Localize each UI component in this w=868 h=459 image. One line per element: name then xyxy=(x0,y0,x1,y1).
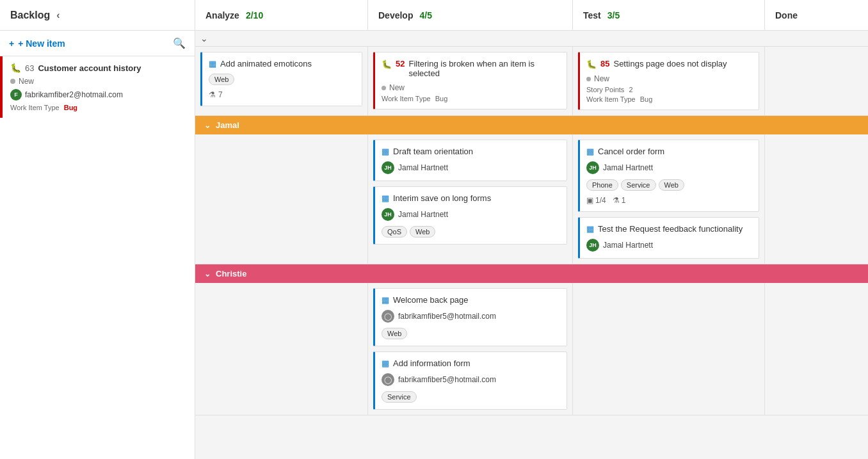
develop-col-count: 4/5 xyxy=(419,10,431,20)
card-welcome-back-page[interactable]: ▦ Welcome back page ◯ fabrikamfiber5@hot… xyxy=(373,288,567,346)
card-title: Add animated emoticons xyxy=(220,59,312,68)
card-tags: Web xyxy=(209,74,355,85)
card-tags: Phone Service Web xyxy=(586,179,752,191)
unassigned-done-col xyxy=(765,47,868,115)
status-dot xyxy=(382,86,386,90)
card-type-value: Bug xyxy=(640,95,653,103)
sidebar-search-icon[interactable]: 🔍 xyxy=(173,37,186,49)
card-tags: Web xyxy=(382,328,560,339)
flask-icon: ⚗ xyxy=(613,196,620,205)
unassigned-analyze-col: ▦ Add animated emoticons Web ⚗ 7 xyxy=(195,47,368,115)
card-cancel-order-form[interactable]: ▦ Cancel order form JH Jamal Hartnett Ph… xyxy=(578,140,759,212)
card-type-row: Work Item Type Bug xyxy=(382,95,560,102)
sidebar: + + New item 🔍 🐛 63 Customer account his… xyxy=(0,31,195,459)
card-story-row: Story Points 2 xyxy=(586,86,752,93)
collapse-button[interactable]: ⌄ xyxy=(200,33,208,44)
card-title: Filtering is broken when an item is sele… xyxy=(408,59,560,78)
card-tags: Service xyxy=(382,391,560,403)
card-user-row: JH Jamal Hartnett xyxy=(382,161,560,174)
unassigned-lane-row: ▦ Add animated emoticons Web ⚗ 7 xyxy=(195,47,868,116)
flask-count: 1 xyxy=(622,196,626,205)
user-name: fabrikamfiber5@hotmail.com xyxy=(398,312,496,321)
tag-web: Web xyxy=(410,226,435,238)
new-item-label: + New item xyxy=(18,38,65,49)
test-col-count: 3/5 xyxy=(607,10,620,20)
sidebar-item-email: fabrikamfiber2@hotmail.com xyxy=(25,90,123,99)
done-header: Done xyxy=(765,10,868,20)
jamal-chevron-icon: ⌄ xyxy=(204,121,211,130)
christie-lane-header[interactable]: ⌄ Christie xyxy=(195,264,868,283)
card-id: 85 xyxy=(600,59,609,68)
card-title-row: ▦ Interim save on long forms xyxy=(382,193,560,203)
card-status-label: New xyxy=(389,83,405,92)
header-bar: Backlog ‹ Analyze 2/10 Develop 4/5 Test … xyxy=(0,0,868,31)
card-tags: QoS Web xyxy=(382,226,560,238)
feature-icon: ▦ xyxy=(382,358,389,368)
card-title: Interim save on long forms xyxy=(393,193,491,203)
ratio-value: 1/4 xyxy=(595,196,606,205)
card-title: Draft team orientation xyxy=(393,147,473,156)
card-title: Settings page does not display xyxy=(613,59,727,68)
test-header: Test 3/5 xyxy=(573,0,765,30)
feature-icon: ▦ xyxy=(586,224,594,234)
analyze-header: Analyze 2/10 xyxy=(195,0,368,30)
flask-icon: ⚗ xyxy=(209,90,216,99)
user-avatar: JH xyxy=(586,239,599,252)
card-draft-team-orientation[interactable]: ▦ Draft team orientation JH Jamal Hartne… xyxy=(373,140,567,181)
user-name: Jamal Hartnett xyxy=(603,241,653,250)
card-user-row: JH Jamal Hartnett xyxy=(382,208,560,221)
feature-icon: ▦ xyxy=(586,147,594,156)
flask-count: 7 xyxy=(218,90,223,99)
backlog-chevron[interactable]: ‹ xyxy=(56,10,60,21)
status-dot xyxy=(586,77,591,81)
card-add-information-form[interactable]: ▦ Add information form ◯ fabrikamfiber5@… xyxy=(373,351,567,410)
bug-icon: 🐛 xyxy=(10,63,21,73)
sidebar-item-type-value: Bug xyxy=(64,104,77,111)
develop-header: Develop 4/5 xyxy=(368,0,573,30)
card-request-feedback[interactable]: ▦ Test the Request feedback functionalit… xyxy=(578,217,759,259)
user-avatar: JH xyxy=(382,208,394,221)
card-filtering-broken[interactable]: 🐛 52 Filtering is broken when an item is… xyxy=(373,52,567,109)
card-add-animated-emoticons[interactable]: ▦ Add animated emoticons Web ⚗ 7 xyxy=(200,52,362,106)
card-status: New xyxy=(586,74,752,83)
user-avatar: JH xyxy=(586,161,599,174)
app-container: Backlog ‹ Analyze 2/10 Develop 4/5 Test … xyxy=(0,0,868,459)
jamal-lane-header[interactable]: ⌄ Jamal xyxy=(195,116,868,134)
card-title: Welcome back page xyxy=(393,295,469,305)
backlog-header: Backlog ‹ xyxy=(0,0,195,30)
sidebar-work-item[interactable]: 🐛 63 Customer account history New F fabr… xyxy=(0,56,195,118)
unassigned-test-col: 🐛 85 Settings page does not display New … xyxy=(573,47,765,115)
sidebar-item-id: 63 xyxy=(25,63,34,73)
card-title: Test the Request feedback functionality xyxy=(598,224,743,234)
new-item-button[interactable]: + + New item xyxy=(9,38,65,49)
sidebar-toolbar: + + New item 🔍 xyxy=(0,31,195,56)
collapse-row: ⌄ xyxy=(195,31,868,47)
jamal-done-col xyxy=(765,134,868,264)
sidebar-item-type-row: Work Item Type Bug xyxy=(10,104,187,111)
feature-icon: ▦ xyxy=(382,295,389,305)
card-title-row: 🐛 85 Settings page does not display xyxy=(586,59,752,69)
card-title-row: ▦ Add information form xyxy=(382,358,560,368)
sidebar-item-status-label: New xyxy=(19,77,34,86)
test-col-name: Test xyxy=(583,10,601,20)
sidebar-item-title: Customer account history xyxy=(38,63,141,73)
status-dot xyxy=(10,79,15,84)
christie-analyze-col xyxy=(195,283,368,415)
tag-phone: Phone xyxy=(586,179,618,191)
backlog-title: Backlog xyxy=(10,10,50,21)
card-status: New xyxy=(382,83,560,92)
card-title-row: 🐛 52 Filtering is broken when an item is… xyxy=(382,59,560,78)
story-label: Story Points xyxy=(586,86,624,93)
tag-web: Web xyxy=(659,179,684,191)
card-settings-page[interactable]: 🐛 85 Settings page does not display New … xyxy=(578,52,759,110)
tag-qos: QoS xyxy=(382,226,407,238)
ratio-item: ▣ 1/4 xyxy=(586,196,606,205)
feature-icon: ▦ xyxy=(209,59,216,68)
jamal-lane-label: Jamal xyxy=(216,120,239,130)
christie-chevron-icon: ⌄ xyxy=(204,270,211,278)
done-col-name: Done xyxy=(775,10,798,20)
card-interim-save[interactable]: ▦ Interim save on long forms JH Jamal Ha… xyxy=(373,186,567,245)
ratio-icon: ▣ xyxy=(586,196,593,205)
tag-web: Web xyxy=(209,74,234,85)
plus-icon: + xyxy=(9,38,14,49)
